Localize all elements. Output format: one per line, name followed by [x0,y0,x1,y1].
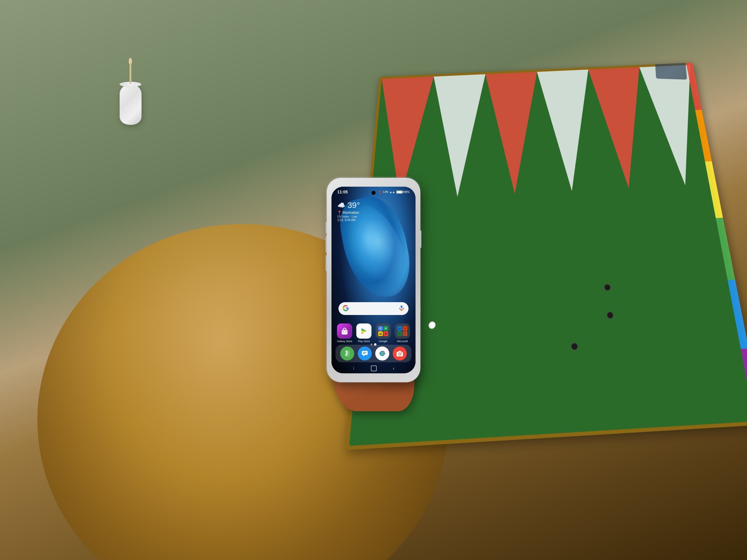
dock-chrome-app[interactable] [375,347,389,361]
galaxy-store-icon[interactable] [337,323,352,339]
front-camera [371,191,376,195]
svg-point-18 [402,352,403,353]
volume-up-button[interactable] [326,222,327,233]
svg-point-4 [343,331,344,332]
svg-rect-3 [342,330,347,335]
weather-uv: UV index : Low [337,215,360,218]
app-dock [336,345,411,362]
svg-rect-0 [401,305,403,308]
recents-button[interactable]: ⫶ [353,366,355,371]
microsoft-folder-app[interactable]: in W X P Microsoft [394,323,411,343]
folder-grid: G M 📷 ▶ [378,326,388,336]
checker-dark [571,342,578,351]
location-pin-icon: 📍 [337,211,342,215]
weather-location: 📍 Manhattan [337,211,360,215]
galaxy-store-app[interactable]: Galaxy Store [336,323,353,343]
stick [130,63,131,84]
microsoft-folder-label: Microsoft [397,340,408,343]
stick-head [129,58,132,64]
fabric [655,62,687,79]
volume-down-button[interactable] [326,236,327,252]
nav-bar: ⫶ ‹ [344,365,403,372]
power-button[interactable] [420,231,421,248]
svg-rect-7 [362,351,368,355]
lte-icon: LTE [383,190,388,193]
status-icons: 🚫 LTE ▲▲ 98% [379,190,410,194]
wifi-icon: ▲▲ [389,190,395,194]
dock-phone-app[interactable] [340,347,354,361]
play-store-app[interactable]: Play Store [356,323,372,343]
signal-off-icon: 🚫 [379,190,382,194]
checker [428,321,436,329]
microsoft-folder-icon[interactable]: in W X P [395,323,410,339]
checker-dark [607,311,614,319]
weather-cloud-icon: ☁️ [337,202,345,209]
checker-dark [604,284,611,291]
svg-point-16 [399,353,401,355]
status-time: 11:05 [337,190,348,194]
svg-rect-17 [398,351,401,352]
play-store-icon[interactable] [356,323,371,339]
galaxy-store-label: Galaxy Store [337,340,352,343]
weather-datetime: 1/13, 9:09 AM [337,218,360,222]
google-folder-icon[interactable]: G M 📷 ▶ [376,323,391,339]
cylinder-object [120,84,141,125]
weather-temp-display: ☁️ 39° [337,201,360,210]
background: 11:05 🚫 LTE ▲▲ 98% ☁️ 39° [0,0,747,560]
phone-screen: 11:05 🚫 LTE ▲▲ 98% ☁️ 39° [332,187,415,373]
svg-point-5 [346,331,347,332]
dock-camera-app[interactable] [393,347,407,361]
google-folder-label: Google [379,340,387,343]
home-button[interactable] [371,366,377,371]
back-button[interactable]: ‹ [393,365,395,372]
google-folder-app[interactable]: G M 📷 ▶ Google [375,323,391,343]
svg-marker-6 [362,328,367,334]
weather-temperature: 39° [347,201,360,210]
google-g-logo [342,305,349,312]
board-strips-top [371,65,714,201]
play-store-label: Play Store [358,340,370,343]
phone-body: 11:05 🚫 LTE ▲▲ 98% ☁️ 39° [327,178,420,382]
microsoft-grid: in W X P [397,326,407,336]
battery-icon [396,190,403,194]
app-grid: Galaxy Store [336,323,411,343]
bixby-button[interactable] [326,255,327,271]
battery-percent: 98% [404,190,410,194]
dock-messages-app[interactable] [358,347,372,361]
svg-marker-8 [363,355,365,356]
google-search-bar[interactable] [338,302,409,315]
voice-search-icon[interactable] [398,305,405,312]
weather-widget[interactable]: ☁️ 39° 📍 Manhattan UV index : Low 1/13, … [337,201,360,222]
